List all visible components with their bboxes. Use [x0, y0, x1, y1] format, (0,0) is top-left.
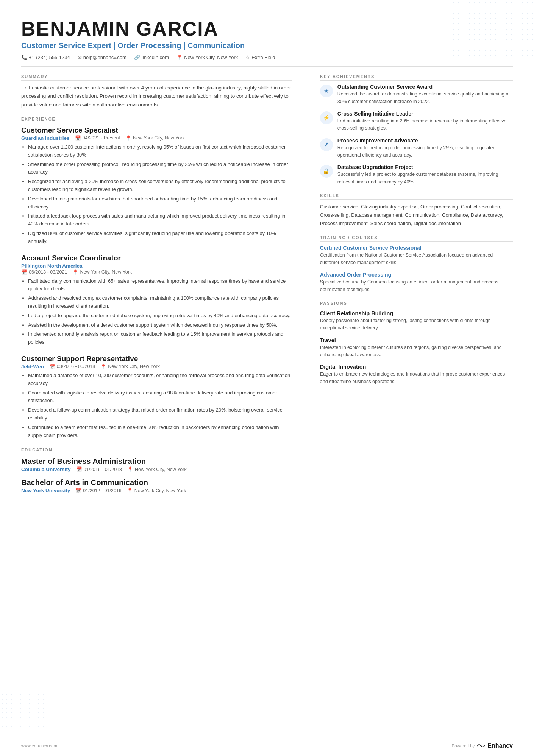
achievement-title-2: Process Improvement Advocate: [337, 138, 513, 144]
edu-school-0: Columbia University: [21, 466, 71, 472]
bullet-0-0: Managed over 1,200 customer interactions…: [28, 143, 292, 159]
bullet-2-0: Maintained a database of over 10,000 cus…: [28, 372, 292, 388]
job-company-0: Guardian Industries: [21, 135, 70, 141]
email-icon: ✉: [78, 55, 82, 60]
job-company-2: Jeld-Wen: [21, 364, 44, 369]
achievement-content-2: Process Improvement Advocate Recognized …: [337, 138, 513, 159]
achievement-icon-0: ★: [320, 85, 333, 97]
email-text: help@enhancv.com: [83, 55, 126, 60]
calendar-icon-0: 📅: [75, 135, 81, 141]
achievement-item-3: 🔒 Database Upgradation Project Successfu…: [320, 164, 513, 186]
training-name-0: Certified Customer Service Professional: [320, 245, 513, 251]
job-title-1: Account Service Coordinator: [21, 254, 292, 262]
extra-text: Extra Field: [251, 55, 275, 60]
bullet-0-3: Developed training materials for new hir…: [28, 195, 292, 211]
training-item-0: Certified Customer Service Professional …: [320, 245, 513, 266]
job-company-1: Pilkington North America: [21, 263, 83, 269]
bullet-1-1: Addressed and resolved complex customer …: [28, 294, 292, 310]
extra-icon: ☆: [245, 55, 250, 60]
skills-section: SKILLS Customer service, Glazing industr…: [320, 193, 513, 228]
loc-icon-0: 📍: [125, 135, 131, 141]
passions-section: PASSIONS Client Relationship Building De…: [320, 301, 513, 385]
dot-pattern-bottom-left: [0, 688, 45, 733]
achievement-desc-2: Recognized for reducing order processing…: [337, 144, 513, 159]
edu-meta-0: Columbia University 📅 01/2016 - 01/2018 …: [21, 466, 292, 472]
location-text: New York City, New York: [184, 55, 238, 60]
footer-website: www.enhancv.com: [21, 743, 57, 748]
achievement-desc-3: Successfully led a project to upgrade cu…: [337, 171, 513, 186]
edu-item-1: Bachelor of Arts in Communication New Yo…: [21, 478, 292, 493]
skills-section-title: SKILLS: [320, 193, 513, 200]
passion-title-0: Client Relationship Building: [320, 310, 513, 316]
edu-loc-icon-0: 📍: [127, 466, 133, 472]
achievement-title-1: Cross-Selling Initiative Leader: [337, 111, 513, 117]
training-section-title: TRAINING / COURSES: [320, 235, 513, 242]
contact-email: ✉ help@enhancv.com: [78, 55, 126, 60]
achievement-desc-1: Led an initiative resulting in a 20% inc…: [337, 117, 513, 132]
job-title-2: Customer Support Representative: [21, 355, 292, 363]
job-location-0: 📍 New York City, New York: [125, 135, 185, 141]
passions-section-title: PASSIONS: [320, 301, 513, 307]
linkedin-icon: 🔗: [134, 55, 140, 60]
bullet-0-2: Recognized for achieving a 20% increase …: [28, 178, 292, 194]
calendar-icon-1: 📅: [21, 269, 27, 275]
edu-degree-1: Bachelor of Arts in Communication: [21, 478, 292, 487]
achievements-section-title: KEY ACHIEVEMENTS: [320, 74, 513, 81]
training-item-1: Advanced Order Processing Specialized co…: [320, 272, 513, 293]
achievement-item-1: ⚡ Cross-Selling Initiative Leader Led an…: [320, 111, 513, 132]
bullet-0-4: Initiated a feedback loop process with s…: [28, 212, 292, 228]
achievement-icon-3: 🔒: [320, 165, 333, 178]
achievement-item-2: ↗ Process Improvement Advocate Recognize…: [320, 138, 513, 159]
passion-item-2: Digital Innovation Eager to embrace new …: [320, 364, 513, 385]
summary-text: Enthusiastic customer service profession…: [21, 84, 292, 109]
contact-linkedin: 🔗 linkedin.com: [134, 55, 169, 60]
contact-location: 📍 New York City, New York: [176, 55, 238, 60]
phone-icon: 📞: [21, 55, 27, 60]
job-meta-1: Pilkington North America: [21, 263, 292, 269]
linkedin-text: linkedin.com: [142, 55, 169, 60]
achievement-content-0: Outstanding Customer Service Award Recei…: [337, 84, 513, 105]
education-section-title: EDUCATION: [21, 448, 292, 454]
loc-icon-2: 📍: [100, 364, 106, 369]
passion-title-1: Travel: [320, 337, 513, 343]
job-bullets-1: Facilitated daily communication with 65+…: [21, 277, 292, 346]
training-name-1: Advanced Order Processing: [320, 272, 513, 278]
passion-desc-2: Eager to embrace new technologies and in…: [320, 371, 513, 385]
edu-loc-0: 📍 New York City, New York: [127, 466, 187, 472]
edu-date-0: 📅 01/2016 - 01/2018: [76, 466, 122, 472]
job-meta-date-1: 📅 06/2018 - 03/2021 📍 New York City, New…: [21, 269, 292, 275]
edu-degree-0: Master of Business Administration: [21, 457, 292, 466]
job-bullets-2: Maintained a database of over 10,000 cus…: [21, 372, 292, 439]
training-desc-0: Certification from the National Customer…: [320, 252, 513, 266]
job-item-2: Customer Support Representative Jeld-Wen…: [21, 355, 292, 439]
header: BENJAMIN GARCIA Customer Service Expert …: [21, 18, 513, 60]
job-meta-2: Jeld-Wen 📅 03/2016 - 05/2018 📍 New York …: [21, 364, 292, 369]
enhancv-logo-text: Enhancv: [487, 742, 513, 749]
achievement-content-3: Database Upgradation Project Successfull…: [337, 164, 513, 186]
bullet-2-2: Developed a follow-up communication stra…: [28, 406, 292, 422]
achievement-icon-2: ↗: [320, 138, 333, 151]
experience-section: EXPERIENCE Customer Service Specialist G…: [21, 117, 292, 439]
edu-date-1: 📅 01/2012 - 01/2016: [75, 488, 121, 493]
footer-logo: Powered by Enhancv: [452, 742, 513, 749]
footer: www.enhancv.com Powered by Enhancv: [21, 742, 513, 749]
job-title-0: Customer Service Specialist: [21, 126, 292, 135]
edu-loc-1: 📍 New York City, New York: [127, 488, 186, 493]
bullet-0-1: Streamlined the order processing protoco…: [28, 161, 292, 177]
bullet-2-1: Coordinated with logistics to resolve de…: [28, 389, 292, 405]
experience-section-title: EXPERIENCE: [21, 117, 292, 123]
achievement-desc-0: Received the award for demonstrating exc…: [337, 91, 513, 105]
education-section: EDUCATION Master of Business Administrat…: [21, 448, 292, 493]
summary-section: SUMMARY Enthusiastic customer service pr…: [21, 74, 292, 109]
achievements-section: KEY ACHIEVEMENTS ★ Outstanding Customer …: [320, 74, 513, 186]
passion-desc-1: Interested in exploring different cultur…: [320, 344, 513, 359]
passion-desc-0: Deeply passionate about fostering strong…: [320, 317, 513, 332]
passion-item-1: Travel Interested in exploring different…: [320, 337, 513, 359]
achievement-item-0: ★ Outstanding Customer Service Award Rec…: [320, 84, 513, 105]
edu-item-0: Master of Business Administration Columb…: [21, 457, 292, 472]
job-date-2: 📅 03/2016 - 05/2018: [49, 364, 95, 369]
phone-text: +1-(234)-555-1234: [29, 55, 70, 60]
right-column: KEY ACHIEVEMENTS ★ Outstanding Customer …: [306, 67, 513, 499]
job-date-1: 📅 06/2018 - 03/2021: [21, 269, 67, 275]
bullet-1-4: Implemented a monthly analysis report on…: [28, 330, 292, 346]
